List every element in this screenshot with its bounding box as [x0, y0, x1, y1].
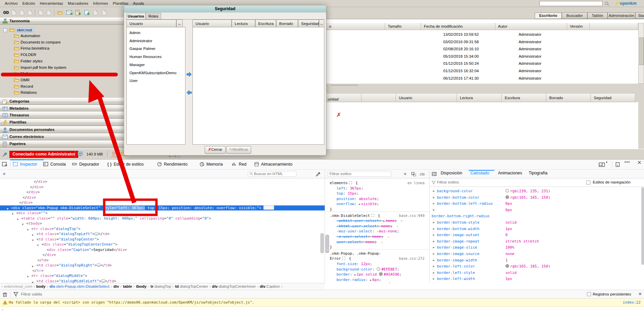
expand-icon[interactable]: ▶ [383, 220, 385, 223]
breadcrumb-item[interactable]: table [123, 284, 132, 288]
expander-icon[interactable]: ▶ [32, 280, 34, 283]
tree-item-firma-biom-trica[interactable]: Firma biométrica [0, 46, 125, 52]
column-header-4[interactable]: Versión [567, 23, 590, 30]
menu-item-archivo[interactable]: Archivo [2, 0, 20, 7]
devtools-tab-memoria[interactable]: Memoria [200, 160, 223, 170]
expand-icon[interactable]: ▶ [433, 202, 435, 205]
dom-line[interactable]: ▼<table class="" style="width: 600px; he… [0, 216, 325, 221]
persist-logs-checkbox[interactable] [587, 292, 591, 296]
rules-scrollbar[interactable] [325, 235, 329, 253]
security-column-seguridad[interactable]: Seguridad [591, 94, 635, 102]
devtools-tab-almacenamiento[interactable]: Almacenamiento [254, 160, 292, 170]
devtools-tab-depurador[interactable]: Depurador [72, 160, 99, 170]
expand-icon[interactable]: ▶ [433, 246, 435, 249]
devtools-tab-rendimiento[interactable]: Rendimiento [157, 160, 187, 170]
rule-selector[interactable]: .okm-Popup, .okm-Popup- [330, 251, 381, 256]
revoke-arrow-button[interactable] [186, 90, 192, 95]
tab-stamp[interactable]: Stamp [635, 12, 644, 19]
dom-line[interactable]: </div> [0, 179, 325, 185]
dom-line[interactable]: </div> [0, 190, 325, 195]
add-rule-icon[interactable]: + [404, 171, 407, 176]
tree-item-record[interactable]: Record [0, 84, 125, 90]
column-header-2[interactable]: Fecha de modificación [421, 23, 495, 30]
perm-column-escritura[interactable]: Escritura [255, 20, 276, 27]
dom-line[interactable]: </tr> [0, 268, 325, 274]
dom-line[interactable]: ▼<div class="okm-Popup okm-DisableSelect… [0, 205, 325, 211]
create-document-icon[interactable] [84, 10, 90, 16]
add-node-icon[interactable]: + [3, 171, 6, 176]
panel-trash[interactable]: Papelera [0, 140, 125, 147]
dialog-left-header[interactable]: Usuario [126, 20, 176, 27]
dom-line[interactable]: ▼<div class="dialogTopCenterInner"> [0, 242, 325, 247]
dom-line[interactable]: ▶<td class="dialogTopRight">…</td> [0, 263, 325, 268]
pseudo-class-icon[interactable] [411, 172, 416, 176]
rule-source-link[interactable]: en línea [407, 181, 425, 185]
expand-icon[interactable]: ▶ [433, 221, 435, 224]
user-icon[interactable] [111, 151, 117, 157]
breadcrumb-item[interactable]: tbody [136, 284, 146, 288]
tree-item-folder[interactable]: FOLDER [0, 52, 125, 58]
rule-selector[interactable]: .okm-DisableSelect { [330, 213, 380, 218]
tree-item-relations[interactable]: Relations [0, 90, 125, 96]
dom-line[interactable]: ▼<div class=""> [0, 210, 325, 216]
tree-item-import-pdf-from-file-system[interactable]: Import pdf from file system [0, 65, 125, 71]
security-column-usuario[interactable]: Usuario [396, 94, 457, 102]
breadcrumb-item[interactable]: body [36, 284, 45, 288]
create-folder-icon[interactable] [57, 10, 64, 16]
rule-declaration[interactable]: border: ▶1px solid #A5A596; [336, 272, 402, 277]
dock-caret-icon[interactable]: ▾ [606, 161, 608, 164]
panel-categories[interactable]: Categorías [0, 98, 125, 105]
devtools-tab-red[interactable]: Red [232, 160, 246, 170]
dom-line[interactable]: ▼<tr class="dialogMiddle"> [0, 273, 325, 279]
modify-button[interactable]: ✎Modificar [226, 146, 251, 154]
download-document-icon[interactable] [11, 10, 18, 16]
perm-column-seguridad[interactable]: Seguridad [298, 20, 319, 27]
column-header-5[interactable] [590, 23, 638, 30]
panel-thesaurus[interactable]: Thesaurus [0, 112, 125, 119]
perm-column-usuario[interactable]: Usuario [193, 20, 232, 27]
breadcrumb-item[interactable]: tr.dialogTop [151, 284, 171, 288]
rule-declaration[interactable]: -moz-user-select: -moz-none; [336, 229, 399, 234]
panel-email[interactable]: Correo electrónico [0, 133, 125, 140]
perm-column-borrado[interactable]: Borrado [276, 20, 298, 27]
search-icon[interactable] [605, 1, 609, 6]
expand-icon[interactable]: ▶ [354, 273, 356, 276]
dock-side-icon[interactable] [599, 163, 605, 167]
dialog-tab-roles[interactable]: Roles [146, 13, 161, 20]
security-column-borrado[interactable]: Borrado [546, 94, 591, 102]
menu-dots-icon[interactable]: ••• [624, 160, 630, 165]
panel-metadata[interactable]: Metadatos [0, 105, 125, 112]
class-toggle-icon[interactable]: .cls [419, 172, 425, 176]
eyedropper-icon[interactable] [316, 172, 321, 176]
dom-line[interactable]: <div class="Caption">Seguridad</div> [0, 247, 325, 253]
expand-icon[interactable]: ▶ [370, 279, 372, 282]
dom-line[interactable]: </div> [0, 252, 325, 258]
console-filter-icon[interactable] [13, 292, 18, 296]
color-swatch[interactable] [377, 267, 380, 271]
tab-tabln[interactable]: Tablón [587, 12, 608, 19]
user-list-item[interactable]: Manager [129, 63, 145, 67]
perm-column-resize[interactable]: ↔ [319, 20, 324, 27]
html-search-input[interactable]: Buscar en HTML [248, 171, 296, 177]
column-header-3[interactable]: Autor [495, 23, 567, 30]
devtools-close-icon[interactable]: ✕ [637, 160, 642, 166]
pick-element-icon[interactable] [2, 162, 8, 167]
panel-personal-documents[interactable]: Documentos personales [0, 126, 125, 133]
tree-item-automation[interactable]: Automation [0, 33, 125, 39]
unlock-icon[interactable] [46, 10, 53, 16]
expand-icon[interactable]: ▶ [433, 190, 435, 193]
security-column-escritura[interactable]: Escritura [502, 94, 546, 102]
print-icon[interactable] [27, 10, 34, 16]
devtools-tab-inspector[interactable]: Inspector [13, 160, 37, 170]
sidebar-tab-tipografa[interactable]: Tipografía [529, 169, 548, 177]
edit-document-icon[interactable] [92, 10, 99, 16]
user-list-item[interactable]: Admin [129, 31, 141, 35]
rule-declaration[interactable]: left: 367px; [336, 186, 363, 191]
rule-declaration[interactable]: overflow: ▶visible; [336, 201, 379, 207]
breadcrumb-item[interactable]: enkmcloud_com [4, 284, 32, 288]
color-swatch[interactable] [379, 272, 383, 276]
dom-line[interactable]: ▶<td class="dialogMiddleLeft">…</td> [0, 279, 325, 283]
breadcrumb-item[interactable]: div.dialogTopCenterInner [212, 284, 256, 288]
left-resize-handle[interactable]: ↔ [176, 20, 183, 27]
expand-icon[interactable]: ▶ [433, 196, 435, 199]
